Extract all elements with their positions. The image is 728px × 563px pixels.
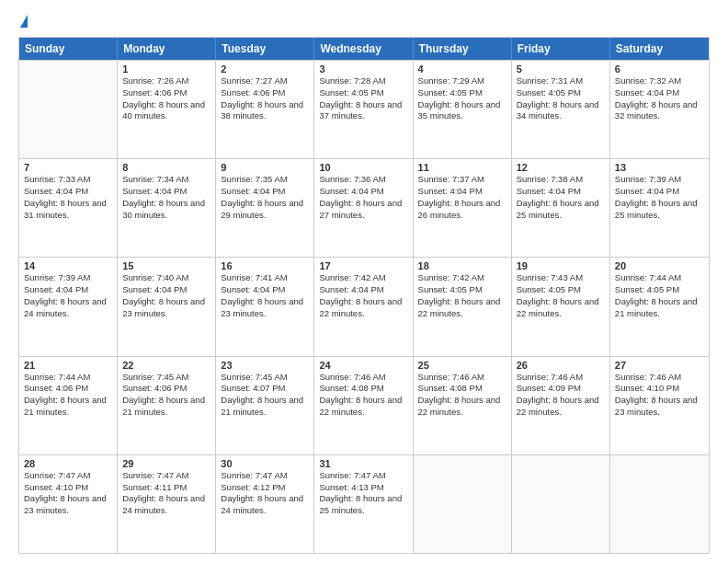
day-info: Sunrise: 7:41 AMSunset: 4:04 PMDaylight:… <box>221 272 309 319</box>
day-info: Sunrise: 7:39 AMSunset: 4:04 PMDaylight:… <box>24 272 112 319</box>
day-number: 28 <box>24 458 112 469</box>
day-number: 31 <box>319 458 407 469</box>
calendar-cell: 22Sunrise: 7:45 AMSunset: 4:06 PMDayligh… <box>118 357 216 454</box>
calendar-cell: 11Sunrise: 7:37 AMSunset: 4:04 PMDayligh… <box>414 159 512 257</box>
day-number: 10 <box>319 162 407 173</box>
day-number: 11 <box>418 162 506 173</box>
day-info: Sunrise: 7:40 AMSunset: 4:04 PMDaylight:… <box>122 272 210 319</box>
calendar-row: 14Sunrise: 7:39 AMSunset: 4:04 PMDayligh… <box>19 257 709 355</box>
calendar-cell: 17Sunrise: 7:42 AMSunset: 4:04 PMDayligh… <box>314 258 413 355</box>
day-number: 7 <box>24 162 112 173</box>
weekday-header: Saturday <box>610 38 709 60</box>
day-number: 15 <box>122 260 210 271</box>
weekday-header: Thursday <box>414 38 512 60</box>
calendar-row: 28Sunrise: 7:47 AMSunset: 4:10 PMDayligh… <box>19 454 709 553</box>
calendar-cell: 24Sunrise: 7:46 AMSunset: 4:08 PMDayligh… <box>314 357 413 454</box>
day-info: Sunrise: 7:42 AMSunset: 4:05 PMDaylight:… <box>418 272 506 319</box>
header <box>18 15 710 28</box>
calendar-cell: 23Sunrise: 7:45 AMSunset: 4:07 PMDayligh… <box>216 357 314 454</box>
day-info: Sunrise: 7:43 AMSunset: 4:05 PMDaylight:… <box>517 272 605 319</box>
logo <box>18 15 28 28</box>
day-info: Sunrise: 7:34 AMSunset: 4:04 PMDaylight:… <box>122 174 210 221</box>
day-number: 17 <box>319 260 407 271</box>
day-info: Sunrise: 7:47 AMSunset: 4:11 PMDaylight:… <box>122 470 210 517</box>
calendar-cell: 31Sunrise: 7:47 AMSunset: 4:13 PMDayligh… <box>314 455 413 553</box>
calendar-cell: 1Sunrise: 7:26 AMSunset: 4:06 PMDaylight… <box>118 61 216 158</box>
calendar-cell: 30Sunrise: 7:47 AMSunset: 4:12 PMDayligh… <box>216 455 314 553</box>
day-info: Sunrise: 7:47 AMSunset: 4:10 PMDaylight:… <box>24 470 112 517</box>
day-number: 22 <box>122 360 210 371</box>
day-info: Sunrise: 7:46 AMSunset: 4:09 PMDaylight:… <box>517 372 605 419</box>
calendar-cell: 29Sunrise: 7:47 AMSunset: 4:11 PMDayligh… <box>118 455 216 553</box>
day-number: 2 <box>221 63 309 75</box>
day-info: Sunrise: 7:38 AMSunset: 4:04 PMDaylight:… <box>517 174 605 221</box>
day-number: 3 <box>319 63 407 75</box>
day-number: 6 <box>615 63 704 75</box>
day-info: Sunrise: 7:47 AMSunset: 4:12 PMDaylight:… <box>221 470 309 517</box>
calendar-row: 1Sunrise: 7:26 AMSunset: 4:06 PMDaylight… <box>19 60 709 158</box>
day-number: 27 <box>615 360 704 371</box>
calendar-cell: 16Sunrise: 7:41 AMSunset: 4:04 PMDayligh… <box>216 258 314 355</box>
calendar: SundayMondayTuesdayWednesdayThursdayFrid… <box>18 37 710 554</box>
day-number: 30 <box>221 458 309 469</box>
calendar-cell: 21Sunrise: 7:44 AMSunset: 4:06 PMDayligh… <box>19 357 118 454</box>
day-info: Sunrise: 7:33 AMSunset: 4:04 PMDaylight:… <box>24 174 112 221</box>
day-info: Sunrise: 7:42 AMSunset: 4:04 PMDaylight:… <box>319 272 407 319</box>
calendar-cell: 19Sunrise: 7:43 AMSunset: 4:05 PMDayligh… <box>512 258 610 355</box>
day-info: Sunrise: 7:27 AMSunset: 4:06 PMDaylight:… <box>221 75 309 122</box>
calendar-row: 7Sunrise: 7:33 AMSunset: 4:04 PMDaylight… <box>19 158 709 257</box>
day-number: 19 <box>517 260 605 271</box>
weekday-header: Monday <box>118 38 216 60</box>
day-number: 8 <box>122 162 210 173</box>
calendar-cell: 13Sunrise: 7:39 AMSunset: 4:04 PMDayligh… <box>610 159 709 257</box>
day-number: 18 <box>418 260 506 271</box>
logo-triangle-icon <box>20 15 28 28</box>
day-number: 24 <box>319 360 407 371</box>
calendar-cell: 25Sunrise: 7:46 AMSunset: 4:08 PMDayligh… <box>414 357 512 454</box>
calendar-header: SundayMondayTuesdayWednesdayThursdayFrid… <box>19 38 709 60</box>
calendar-cell: 5Sunrise: 7:31 AMSunset: 4:05 PMDaylight… <box>512 61 610 158</box>
calendar-body: 1Sunrise: 7:26 AMSunset: 4:06 PMDaylight… <box>19 60 709 553</box>
day-number: 1 <box>122 63 210 75</box>
day-info: Sunrise: 7:47 AMSunset: 4:13 PMDaylight:… <box>319 470 407 517</box>
day-number: 26 <box>517 360 605 371</box>
weekday-header: Friday <box>512 38 610 60</box>
day-number: 29 <box>122 458 210 469</box>
weekday-header: Tuesday <box>216 38 314 60</box>
day-number: 21 <box>24 360 112 371</box>
day-number: 9 <box>221 162 309 173</box>
day-info: Sunrise: 7:45 AMSunset: 4:06 PMDaylight:… <box>122 372 210 419</box>
page: SundayMondayTuesdayWednesdayThursdayFrid… <box>0 0 728 563</box>
calendar-cell: 10Sunrise: 7:36 AMSunset: 4:04 PMDayligh… <box>314 159 413 257</box>
day-info: Sunrise: 7:46 AMSunset: 4:10 PMDaylight:… <box>615 372 704 419</box>
day-number: 13 <box>615 162 704 173</box>
day-info: Sunrise: 7:28 AMSunset: 4:05 PMDaylight:… <box>319 75 407 122</box>
calendar-cell <box>610 455 709 553</box>
day-number: 4 <box>418 63 506 75</box>
calendar-cell <box>19 61 118 158</box>
day-info: Sunrise: 7:26 AMSunset: 4:06 PMDaylight:… <box>122 75 210 122</box>
day-info: Sunrise: 7:46 AMSunset: 4:08 PMDaylight:… <box>418 372 506 419</box>
calendar-row: 21Sunrise: 7:44 AMSunset: 4:06 PMDayligh… <box>19 356 709 454</box>
calendar-cell: 12Sunrise: 7:38 AMSunset: 4:04 PMDayligh… <box>512 159 610 257</box>
calendar-cell: 3Sunrise: 7:28 AMSunset: 4:05 PMDaylight… <box>314 61 413 158</box>
day-info: Sunrise: 7:39 AMSunset: 4:04 PMDaylight:… <box>615 174 704 221</box>
calendar-cell: 28Sunrise: 7:47 AMSunset: 4:10 PMDayligh… <box>19 455 118 553</box>
day-info: Sunrise: 7:31 AMSunset: 4:05 PMDaylight:… <box>517 75 605 122</box>
calendar-cell: 7Sunrise: 7:33 AMSunset: 4:04 PMDaylight… <box>19 159 118 257</box>
calendar-cell: 18Sunrise: 7:42 AMSunset: 4:05 PMDayligh… <box>414 258 512 355</box>
day-number: 25 <box>418 360 506 371</box>
day-info: Sunrise: 7:44 AMSunset: 4:05 PMDaylight:… <box>615 272 704 319</box>
day-info: Sunrise: 7:36 AMSunset: 4:04 PMDaylight:… <box>319 174 407 221</box>
calendar-cell <box>414 455 512 553</box>
calendar-cell: 6Sunrise: 7:32 AMSunset: 4:04 PMDaylight… <box>610 61 709 158</box>
weekday-header: Sunday <box>19 38 118 60</box>
day-info: Sunrise: 7:32 AMSunset: 4:04 PMDaylight:… <box>615 75 704 122</box>
calendar-cell: 2Sunrise: 7:27 AMSunset: 4:06 PMDaylight… <box>216 61 314 158</box>
day-info: Sunrise: 7:45 AMSunset: 4:07 PMDaylight:… <box>221 372 309 419</box>
weekday-header: Wednesday <box>314 38 413 60</box>
calendar-cell: 9Sunrise: 7:35 AMSunset: 4:04 PMDaylight… <box>216 159 314 257</box>
calendar-cell <box>512 455 610 553</box>
day-info: Sunrise: 7:44 AMSunset: 4:06 PMDaylight:… <box>24 372 112 419</box>
calendar-cell: 26Sunrise: 7:46 AMSunset: 4:09 PMDayligh… <box>512 357 610 454</box>
